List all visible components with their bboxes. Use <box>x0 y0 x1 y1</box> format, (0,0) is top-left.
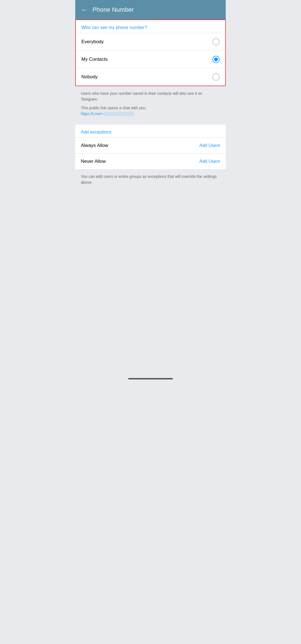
page-title: Phone Number <box>93 6 134 13</box>
option-my-contacts-label: My Contacts <box>81 57 108 62</box>
option-nobody-radio[interactable] <box>212 73 220 81</box>
public-link[interactable]: https://t.me/+░░░░░░░░░░░ <box>81 112 134 116</box>
option-everybody-radio[interactable] <box>212 38 220 45</box>
option-everybody-label: Everybody <box>81 39 104 45</box>
back-button[interactable]: ← <box>81 6 88 13</box>
exceptions-heading: Add exceptions <box>75 125 226 137</box>
option-my-contacts[interactable]: My Contacts <box>76 50 225 68</box>
never-allow-row[interactable]: Never Allow Add Users <box>75 153 226 169</box>
info-description: Users who have your number saved in thei… <box>81 91 220 102</box>
always-allow-row[interactable]: Always Allow Add Users <box>75 137 226 153</box>
footer-info: You can add users or entire groups as ex… <box>75 169 226 190</box>
visibility-section: Who can see my phone number? Everybody M… <box>75 20 226 86</box>
footer-text: You can add users or entire groups as ex… <box>81 174 220 185</box>
bottom-area <box>75 190 226 385</box>
option-my-contacts-radio[interactable] <box>212 56 220 63</box>
exceptions-section: Add exceptions Always Allow Add Users Ne… <box>75 125 226 169</box>
home-indicator <box>128 378 173 379</box>
info-section: Users who have your number saved in thei… <box>75 86 226 122</box>
visibility-heading: Who can see my phone number? <box>76 20 225 33</box>
option-nobody-label: Nobody <box>81 74 98 80</box>
option-everybody[interactable]: Everybody <box>76 33 225 50</box>
always-allow-label: Always Allow <box>81 143 108 148</box>
header: ← Phone Number <box>75 0 226 20</box>
never-allow-add-users-button[interactable]: Add Users <box>199 159 220 164</box>
always-allow-add-users-button[interactable]: Add Users <box>199 143 220 148</box>
never-allow-label: Never Allow <box>81 159 106 164</box>
option-nobody[interactable]: Nobody <box>76 68 225 86</box>
info-link-label: This public link opens a chat with you: <box>81 106 220 110</box>
